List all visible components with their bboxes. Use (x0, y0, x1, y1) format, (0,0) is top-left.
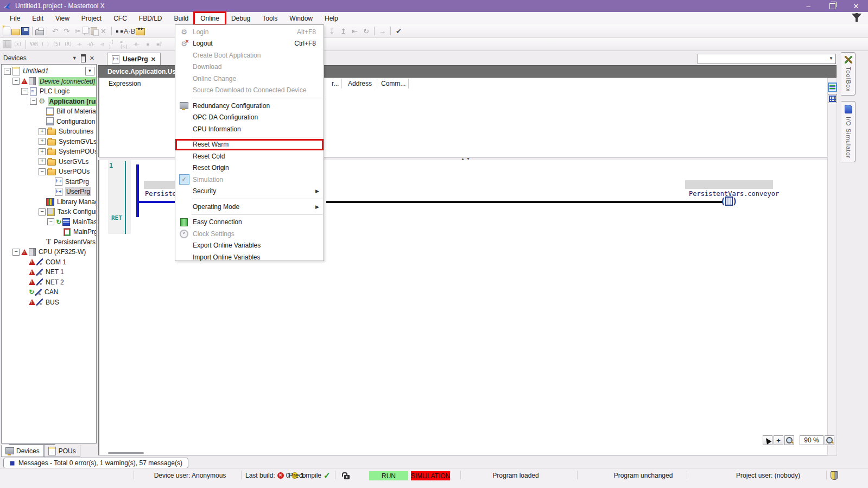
menu-window[interactable]: Window (284, 13, 318, 24)
tree-item-net-1[interactable]: NET 1 (2, 267, 96, 277)
tree-expander[interactable]: + (39, 148, 46, 155)
reset-coil-icon[interactable]: (R) (63, 40, 73, 49)
zoom-tool-button[interactable] (784, 435, 794, 445)
menu-debug[interactable]: Debug (226, 13, 256, 24)
menu-tools[interactable]: Tools (257, 13, 283, 24)
tree-item-library-manager[interactable]: Library Manager (2, 197, 96, 207)
menu-item-reset-warm[interactable]: Reset Warm (175, 139, 324, 151)
menu-view[interactable]: View (50, 13, 75, 24)
find-icon[interactable] (115, 28, 123, 34)
print-icon[interactable] (35, 29, 44, 35)
menu-item-export-online-variables[interactable]: Export Online Variables (175, 240, 324, 252)
device-tree-icon[interactable] (3, 40, 11, 48)
tree-item-maintask[interactable]: −↻MainTask (2, 217, 96, 227)
device-combo-button[interactable]: ▼ (85, 67, 94, 75)
open-icon[interactable] (11, 29, 20, 35)
menu-item-online-change[interactable]: Online Change (175, 73, 324, 85)
menu-item-logout[interactable]: ⚙LogoutCtrl+F8 (175, 38, 324, 50)
copy-icon[interactable] (83, 27, 88, 34)
menu-item-cpu-information[interactable]: CPU Information (175, 123, 324, 135)
find-replace-icon[interactable]: A·B (124, 26, 135, 36)
pan-tool-button[interactable]: + (774, 435, 783, 445)
menu-help[interactable]: Help (319, 13, 344, 24)
column-header-Comm[interactable]: Comm... (381, 80, 406, 87)
menu-project[interactable]: Project (76, 13, 107, 24)
tab-userprg[interactable]: ⊦⊣ UserPrg ✕ (107, 53, 161, 65)
tree-expander[interactable]: − (21, 88, 28, 95)
side-tab-toolbox[interactable]: ToolBox (841, 52, 856, 96)
tree-item-mainprg[interactable]: MainPrg (2, 227, 96, 237)
tree-item-bill-of-materials[interactable]: Bill of Materials (2, 106, 96, 117)
tree-item-net-2[interactable]: NET 2 (2, 277, 96, 288)
set-coil-icon[interactable]: (S) (52, 40, 62, 49)
menu-item-reset-origin[interactable]: Reset Origin (175, 162, 324, 174)
tree-expander[interactable]: + (39, 158, 46, 165)
step-out-icon[interactable]: ↥ (338, 26, 349, 36)
tree-expander[interactable]: + (39, 138, 46, 145)
contact-edge-icon[interactable]: ⊣↑ (97, 40, 107, 49)
new-file-icon[interactable] (3, 27, 10, 35)
side-tab-i-o-simulator[interactable]: I/O Simulator (841, 101, 856, 162)
tree-item-persistentvars[interactable]: TPersistentVars (2, 237, 96, 248)
redo-icon[interactable]: ↷ (61, 26, 72, 36)
flow-control-icon[interactable]: → (377, 26, 388, 36)
network-icon[interactable]: ( ) (40, 40, 50, 49)
tree-item-com-1[interactable]: COM 1 (2, 257, 96, 268)
delete-icon[interactable]: ✕ (98, 26, 109, 36)
run-to-cursor-icon[interactable]: ⇤ (350, 26, 360, 36)
menu-online[interactable]: Online (195, 13, 225, 24)
menu-item-simulation[interactable]: ✓Simulation (175, 174, 324, 186)
declaration-combo[interactable] (698, 54, 836, 64)
panel-close-icon[interactable]: ✕ (90, 55, 94, 62)
menu-item-import-online-variables[interactable]: Import Online Variables (175, 251, 324, 263)
coil-set-icon[interactable]: =(s) (120, 40, 130, 49)
menu-item-opc-da-configuration[interactable]: OPC DA Configuration (175, 112, 324, 124)
bottom-tab-devices[interactable]: Devices (1, 445, 44, 457)
tree-item-configuration[interactable]: Configuration (2, 117, 96, 127)
minimize-button[interactable]: – (796, 0, 820, 12)
tree-item-can[interactable]: ↻CAN (2, 287, 96, 297)
column-header-Expression[interactable]: Expression (109, 80, 141, 87)
tree-expander[interactable]: − (30, 98, 37, 105)
tree-item-untitled1[interactable]: −Untitled1▼ (2, 66, 96, 77)
function-block-icon[interactable]: ▣ (143, 40, 153, 49)
menu-edit[interactable]: Edit (27, 13, 49, 24)
variable-icon[interactable]: VAR (29, 40, 39, 49)
select-tool-button[interactable] (763, 435, 772, 445)
tree-item-cpu-xf325-w[interactable]: −CPU (XF325-W) (2, 247, 96, 257)
zoom-fit-button[interactable] (825, 435, 834, 445)
editor-vscrollbar[interactable] (827, 78, 837, 456)
tree-expander[interactable]: − (4, 68, 11, 75)
menu-cfc[interactable]: CFC (108, 13, 132, 24)
cut-icon[interactable]: ✂ (73, 26, 83, 36)
declaration-textview-button[interactable] (828, 83, 837, 92)
tree-item-device-connected[interactable]: −Device [connected] (2, 77, 96, 87)
step-into-icon[interactable]: ↧ (327, 26, 337, 36)
tree-item-usergvls[interactable]: +UserGVLs (2, 157, 96, 167)
tree-expander[interactable]: − (47, 218, 54, 225)
tree-expander[interactable]: − (39, 208, 46, 216)
column-header-r[interactable]: r... (332, 80, 339, 87)
column-separator[interactable] (377, 79, 377, 88)
tree-item-startprg[interactable]: ⊦⊣StartPrg (2, 177, 96, 187)
column-separator[interactable] (408, 79, 409, 88)
declaration-tableview-button[interactable] (828, 94, 837, 103)
menu-item-source-download-to-connected-device[interactable]: Source Download to Connected Device (175, 85, 324, 97)
tree-expander[interactable]: − (39, 168, 46, 175)
menu-build[interactable]: Build (169, 13, 194, 24)
tree-item-task-configuration[interactable]: −Task Configuration (2, 207, 96, 217)
menu-item-login[interactable]: ⚙LoginAlt+F8 (175, 26, 324, 38)
contact-icon[interactable]: ⊣⊢ (74, 40, 85, 49)
bottom-tab-pous[interactable]: POUs (44, 445, 80, 457)
close-button[interactable]: ✕ (844, 0, 868, 12)
coil-element[interactable]: () (720, 196, 737, 206)
contact-negated-icon[interactable]: ⊣/⊢ (86, 40, 96, 49)
paste-icon[interactable] (91, 27, 97, 35)
menu-item-security[interactable]: Security▶ (175, 186, 324, 198)
function-block-en-icon[interactable]: ▣? (154, 40, 164, 49)
coil-icon[interactable]: –( ) (109, 40, 119, 49)
menu-item-reset-cold[interactable]: Reset Cold (175, 150, 324, 162)
menu-file[interactable]: File (4, 13, 26, 24)
menu-item-operating-mode[interactable]: Operating Mode▶ (175, 201, 324, 213)
magic-wand-icon[interactable] (328, 40, 339, 49)
